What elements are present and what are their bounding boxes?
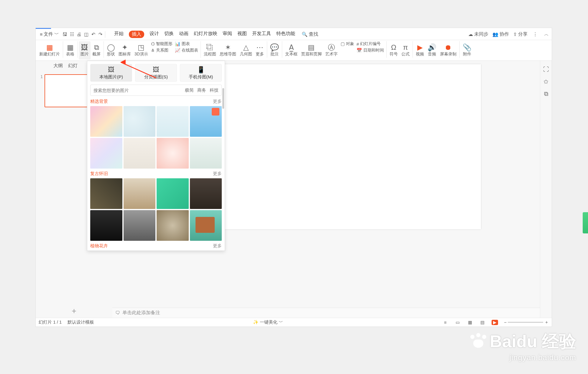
tab-review[interactable]: 审阅 (223, 31, 232, 38)
tab-insert[interactable]: 插入 (129, 31, 144, 38)
section-plants-more[interactable]: 更多 (213, 243, 222, 249)
beautify-button[interactable]: ✨ 一键美化 ﹀ (253, 319, 283, 325)
notes-bar[interactable]: 🗨 单击此处添加备注 (112, 308, 540, 318)
tab-devtools[interactable]: 开发工具 (252, 31, 271, 38)
shape-button[interactable]: ◯形状 (105, 41, 117, 60)
view-normal-icon[interactable]: ▭ (454, 320, 461, 325)
zoom-in-icon[interactable]: ＋ (544, 319, 549, 325)
slidenum-button[interactable]: #幻灯片编号 (357, 41, 384, 47)
object-button[interactable]: ▢对象 (341, 41, 354, 47)
bg-thumb[interactable] (90, 210, 122, 241)
view-notes-icon[interactable]: ≡ (442, 320, 449, 325)
bg-thumb[interactable] (190, 178, 222, 209)
bg-thumb[interactable] (124, 178, 156, 209)
screenrec-button[interactable]: ⏺屏幕录制 (438, 41, 458, 60)
side-gripper[interactable] (583, 212, 588, 233)
bg-thumb[interactable] (90, 106, 122, 137)
add-slide-button[interactable]: ＋ (36, 304, 112, 318)
datetime-button[interactable]: 📅日期和时间 (357, 48, 384, 53)
zoom-slider[interactable] (508, 322, 543, 323)
slide-canvas[interactable] (195, 64, 481, 229)
zoom-control[interactable]: − ＋ (504, 319, 549, 325)
save-icon[interactable]: 🖫 (61, 32, 68, 37)
mindmap-button[interactable]: ✶思维导图 (218, 41, 238, 60)
tool-settings-icon[interactable]: ⛶ (543, 66, 549, 73)
bg-thumb[interactable] (190, 138, 222, 169)
cloud-icon: ☁ (468, 32, 473, 37)
more-insert-button[interactable]: ⋯更多 (254, 41, 266, 60)
chart-button[interactable]: 📊图表 (175, 41, 198, 47)
geometry-button[interactable]: △几何图 (238, 41, 254, 60)
iconlib-icon: ✦ (122, 44, 128, 51)
view-reading-icon[interactable]: ▤ (479, 320, 486, 325)
tab-slideshow[interactable]: 幻灯片放映 (194, 31, 217, 38)
bg-thumb[interactable] (157, 106, 189, 137)
slideshow-button[interactable]: ▶ (492, 320, 498, 325)
textbox-button[interactable]: A̲文本框 (283, 41, 299, 60)
print-icon[interactable]: 🖨 (75, 32, 83, 37)
tab-feature[interactable]: 特色功能 (276, 31, 295, 38)
view-sorter-icon[interactable]: ▦ (467, 320, 473, 325)
bg-thumb[interactable] (90, 178, 122, 209)
tab-animation[interactable]: 动画 (179, 31, 188, 38)
redo-icon[interactable]: ↷ (97, 32, 104, 37)
picture-button[interactable]: 🖼图片 (79, 41, 91, 60)
bg-thumb[interactable] (157, 210, 189, 241)
audio-button[interactable]: 🔊音频 (426, 41, 438, 60)
three-d-button[interactable]: ◳3D演示 (133, 41, 150, 60)
more-icon[interactable]: ⋮ (532, 32, 539, 37)
tag-tech[interactable]: 科技 (210, 88, 219, 93)
tab-slides[interactable]: 幻灯 (68, 63, 78, 69)
formula-button[interactable]: π公式 (400, 41, 411, 60)
collab-button[interactable]: 👥协作 (492, 31, 509, 37)
video-button[interactable]: ▶视频 (414, 41, 426, 60)
bg-thumb[interactable] (157, 138, 189, 169)
sync-status[interactable]: ☁未同步 (468, 31, 488, 37)
new-slide-button[interactable]: ▦新建幻灯片 (37, 41, 62, 60)
zoom-out-icon[interactable]: − (504, 320, 507, 325)
tool-layers-icon[interactable]: ⧉ (544, 90, 548, 97)
collapse-ribbon-icon[interactable]: ︿ (543, 31, 550, 37)
flow-button[interactable]: ⿻流程图 (202, 41, 218, 60)
comment-button[interactable]: 💬批注 (268, 41, 281, 60)
video-icon: ▶ (417, 44, 423, 51)
symbol-button[interactable]: Ω符号 (388, 41, 400, 60)
tag-business[interactable]: 商务 (197, 88, 206, 93)
tab-design[interactable]: 设计 (150, 31, 159, 38)
tool-star-icon[interactable]: ✩ (543, 78, 548, 85)
page-illustration-button[interactable]: 🖼 分页插图(S) (135, 64, 177, 82)
phone-image-button[interactable]: 📱 手机传图(M) (180, 64, 222, 82)
share-button[interactable]: ⇪分享 (513, 31, 528, 37)
tab-view[interactable]: 视图 (237, 31, 247, 38)
dropdown-scrollbar[interactable] (222, 88, 224, 109)
bg-thumb[interactable] (190, 106, 222, 137)
image-search-input[interactable] (91, 88, 182, 93)
bg-thumb[interactable] (157, 178, 189, 209)
bg-thumb[interactable] (124, 138, 156, 169)
save-as-icon[interactable]: ☷ (68, 32, 75, 37)
local-image-button[interactable]: 🖼 本地图片(P) (90, 64, 132, 82)
icon-lib-button[interactable]: ✦图标库 (117, 41, 133, 60)
table-button[interactable]: ▦表格 (64, 41, 76, 60)
attachment-button[interactable]: 📎附件 (461, 41, 473, 60)
smart-art-button[interactable]: ⌬智能图形 (151, 41, 173, 47)
bg-thumb[interactable] (190, 210, 222, 241)
header-footer-button[interactable]: ▤页眉和页脚 (299, 41, 323, 60)
file-menu-button[interactable]: ≡ 文件 ﹀ (37, 31, 61, 37)
screenshot-button[interactable]: ⧉截屏 (91, 41, 102, 60)
tab-transition[interactable]: 切换 (164, 31, 174, 38)
bg-thumb[interactable] (90, 138, 122, 169)
print-preview-icon[interactable]: ◫ (83, 32, 90, 37)
search-button[interactable]: 🔍 查找 (302, 31, 318, 37)
tab-start[interactable]: 开始 (114, 31, 124, 38)
section-retro-more[interactable]: 更多 (213, 171, 222, 177)
tab-outline[interactable]: 大纲 (53, 63, 63, 69)
wordart-button[interactable]: Ⓐ艺术字 (323, 41, 339, 60)
bg-thumb[interactable] (124, 106, 156, 137)
tag-minimal[interactable]: 极简 (185, 88, 194, 93)
bg-thumb[interactable] (124, 210, 156, 241)
section-featured-more[interactable]: 更多 (213, 99, 222, 104)
undo-icon[interactable]: ↶ (90, 32, 97, 37)
online-chart-button[interactable]: 📈在线图表 (175, 48, 198, 53)
relation-button[interactable]: ⋔关系图 (151, 48, 173, 53)
